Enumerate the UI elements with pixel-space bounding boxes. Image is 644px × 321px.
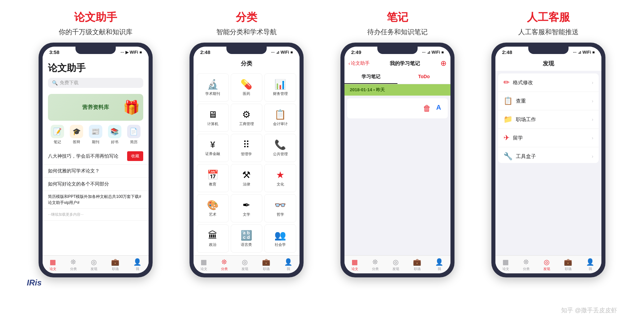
tab-work-2[interactable]: 💼 职场 <box>262 258 270 271</box>
tab-me-1[interactable]: 👤 我 <box>133 258 142 271</box>
p1-app-title: 论文助手 <box>48 62 143 74</box>
p2-content: 分类 🔬 学术期刊 💊 医药 📊 财务管理 <box>194 56 300 273</box>
tab-lunwen-4[interactable]: ▦ 论文 <box>502 258 509 271</box>
font-button[interactable]: A <box>436 104 441 113</box>
cat-politics[interactable]: 🏛 政治 <box>197 224 229 253</box>
tab-me-4[interactable]: 👤 我 <box>586 258 594 271</box>
debate-icon: 🎓 <box>70 125 83 138</box>
cat-icon-12: ★ <box>276 169 284 180</box>
cat-accounting[interactable]: 📋 会计审计 <box>264 104 296 132</box>
tab-category-2[interactable]: ❊ 分类 <box>221 258 228 271</box>
chevron-icon-5: › <box>592 154 593 159</box>
cat-academic-journal[interactable]: 🔬 学术期刊 <box>197 73 229 102</box>
cat-label-11: 法律 <box>243 182 250 187</box>
p1-search[interactable]: 🔍 免费下载 <box>48 78 143 88</box>
tab-icon-disc: ◎ <box>91 258 97 266</box>
list-item-4[interactable]: 简历模版和PPT模版外加各种文献总共100万套下载#论文助手vip用户# <box>43 191 149 209</box>
status-icons-1: ··· ▶ WiFi ■ <box>121 50 142 55</box>
tab-work-1[interactable]: 💼 职场 <box>111 258 119 271</box>
icon-journal[interactable]: 📰 期刊 <box>89 125 102 145</box>
menu-study-abroad[interactable]: ✈ 留学 › <box>498 129 599 147</box>
add-note-button[interactable]: ⊕ <box>440 59 446 68</box>
tab-discover-1[interactable]: ◎ 发现 <box>91 258 97 271</box>
list-item-1[interactable]: 八大神技巧，学会后不用再怕写论 收藏 <box>43 148 149 165</box>
tab-notes[interactable]: 学习笔记 <box>344 70 397 84</box>
list-item-3[interactable]: 如何写好论文的各个不同部分 <box>43 178 149 191</box>
tab-bar-4: ▦ 论文 ❊ 分类 ◎ 发现 💼 职场 <box>495 255 601 273</box>
icon-debate[interactable]: 🎓 答辩 <box>70 125 83 145</box>
phone-inner-4: 2:48 ··· ⊿ WiFi ■ 发现 ✏ 格式修改 <box>495 47 601 273</box>
menu-workplace[interactable]: 📁 职场工作 › <box>498 110 599 129</box>
cat-sociology[interactable]: 👥 社会学 <box>264 224 296 253</box>
icon-book[interactable]: 📚 好书 <box>108 125 121 145</box>
tab-discover-3[interactable]: ◎ 发现 <box>392 258 399 271</box>
date-header: 2018-01-14 • 昨天 <box>344 84 450 96</box>
cat-icon-7: ¥ <box>210 140 215 150</box>
cat-icon-18: 👥 <box>274 230 286 241</box>
tab-category-4[interactable]: ❊ 分类 <box>523 258 530 271</box>
delete-button[interactable]: 🗑 <box>423 104 431 113</box>
cat-icon-14: ✒ <box>243 200 250 211</box>
workplace-icon: 📁 <box>503 115 513 124</box>
duplicate-label: 查重 <box>516 98 526 104</box>
cat-icon-9: 📞 <box>274 139 286 150</box>
tab-me-3[interactable]: 👤 我 <box>435 258 443 271</box>
icon-resume[interactable]: 📄 简历 <box>127 125 141 145</box>
journal-label: 期刊 <box>92 140 99 145</box>
back-button[interactable]: ‹ 论文助手 <box>348 60 370 66</box>
cat-label-8: 管理学 <box>241 152 252 157</box>
tab-lunwen-1[interactable]: ▦ 论文 <box>50 258 56 271</box>
icon-note[interactable]: 📝 笔记 <box>51 125 64 145</box>
cat-label-4: 计算机 <box>207 121 218 126</box>
cat-culture[interactable]: ★ 文化 <box>264 164 296 192</box>
cat-icon-5: ⚙ <box>242 109 251 120</box>
notes-empty-area <box>344 121 450 255</box>
item-text-3: 如何写好论文的各个不同部分 <box>48 181 109 187</box>
cat-public-mgmt[interactable]: 📞 公共管理 <box>264 134 296 162</box>
watermark: 知乎 @撒手丢皮皮虾 <box>561 306 617 314</box>
cat-business-mgmt[interactable]: ⚙ 工商管理 <box>231 104 263 132</box>
tab-category-3[interactable]: ❊ 分类 <box>372 258 379 271</box>
menu-toolbox[interactable]: 🔧 工具盒子 › <box>498 147 599 163</box>
cat-finance-mgmt[interactable]: 📊 财务管理 <box>264 73 296 102</box>
cat-icon-15: 👓 <box>274 200 286 211</box>
tab-lunwen-2[interactable]: ▦ 论文 <box>201 258 207 271</box>
cat-icon-2: 💊 <box>240 79 252 90</box>
menu-duplicate[interactable]: 📋 查重 › <box>498 92 599 110</box>
phone-3: 2:49 ··· ⊿ WiFi ■ ‹ 论文助手 <box>340 43 454 277</box>
format-label: 格式修改 <box>513 79 533 86</box>
cat-education[interactable]: 📅 教育 <box>197 164 229 192</box>
cat-securities[interactable]: ¥ 证券金融 <box>197 134 229 162</box>
status-icons-4: ··· ⊿ WiFi ■ <box>573 50 595 55</box>
tab-lunwen-3[interactable]: ▦ 论文 <box>352 258 358 271</box>
menu-format[interactable]: ✏ 格式修改 › <box>498 73 599 92</box>
collect-btn[interactable]: 收藏 <box>127 151 143 161</box>
item-text-1: 八大神技巧，学会后不用再怕写论 <box>48 153 118 159</box>
cat-literature[interactable]: ✒ 文学 <box>231 194 263 222</box>
tab-todo[interactable]: ToDo <box>397 70 450 84</box>
cat-art[interactable]: 🎨 艺术 <box>197 194 229 222</box>
cat-law[interactable]: ⚒ 法律 <box>231 164 263 192</box>
cat-icon-10: 📅 <box>207 169 219 180</box>
cat-computer[interactable]: 🖥 计算机 <box>197 104 229 132</box>
tab-label-work: 职场 <box>112 267 119 271</box>
duplicate-icon: 📋 <box>503 97 513 105</box>
tab-discover-2[interactable]: ◎ 发现 <box>241 258 248 271</box>
cat-philosophy[interactable]: 👓 哲学 <box>264 194 296 222</box>
tab-label-disc: 发现 <box>91 267 97 271</box>
tab-discover-4[interactable]: ◎ 发现 <box>543 258 550 271</box>
list-item-5[interactable]: ···继续加载更多内容··· <box>43 209 149 221</box>
list-item-2[interactable]: 如何优雅的写学术论文？ <box>43 165 149 178</box>
cat-management[interactable]: ⠿ 管理学 <box>231 134 263 162</box>
tab-category-1[interactable]: ❊ 分类 <box>70 258 77 271</box>
cat-icon-11: ⚒ <box>242 169 251 180</box>
cat-icon-6: 📋 <box>274 109 286 120</box>
cat-medicine[interactable]: 💊 医药 <box>231 73 263 102</box>
tab-work-4[interactable]: 💼 职场 <box>564 258 572 271</box>
p1-icons-row: 📝 笔记 🎓 答辩 📰 期刊 📚 好书 <box>43 125 149 148</box>
cat-language[interactable]: 🔡 语言类 <box>231 224 263 253</box>
tab-me-2[interactable]: 👤 我 <box>284 258 292 271</box>
tab-work-3[interactable]: 💼 职场 <box>413 258 421 271</box>
cat-label-6: 会计审计 <box>273 121 288 126</box>
toolbox-label: 工具盒子 <box>516 153 536 160</box>
